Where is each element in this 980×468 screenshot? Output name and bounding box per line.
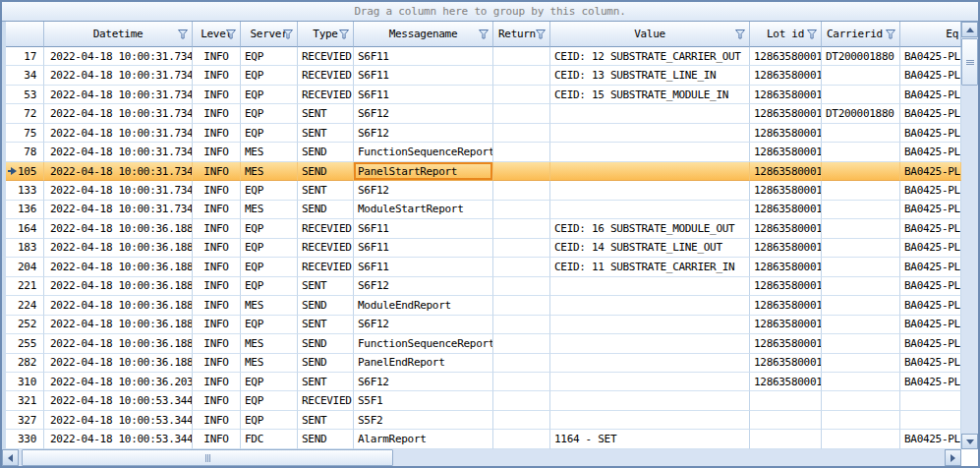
cell-type[interactable]: RECEVIED: [298, 239, 354, 258]
table-row[interactable]: 1362022-04-18 10:00:31.734INFOMESSENDMod…: [6, 201, 961, 219]
cell-carrierid[interactable]: DT200001880: [822, 47, 900, 66]
table-row[interactable]: 2042022-04-18 10:00:36.188INFOEQPRECEVIE…: [6, 258, 961, 276]
cell-lotid[interactable]: [750, 430, 822, 448]
column-header-return[interactable]: Return: [493, 22, 550, 47]
cell-messagename[interactable]: S5F1: [354, 391, 493, 410]
cell-server[interactable]: FDC: [241, 430, 298, 448]
cell-messagename[interactable]: AlarmReport: [354, 430, 493, 448]
filter-funnel-icon[interactable]: [225, 29, 237, 40]
cell-return[interactable]: [493, 411, 550, 430]
cell-value[interactable]: 1164 - SET: [550, 430, 750, 448]
cell-lotid[interactable]: 12863580001B: [750, 316, 822, 334]
cell-lotid[interactable]: 12863580001B: [750, 354, 822, 373]
scroll-right-button[interactable]: [945, 449, 961, 466]
cell-carrierid[interactable]: [822, 66, 900, 85]
cell-level[interactable]: INFO: [193, 86, 241, 104]
filter-funnel-icon[interactable]: [535, 29, 547, 40]
cell-level[interactable]: INFO: [193, 258, 241, 276]
row-indicator-cell[interactable]: 72: [6, 104, 44, 123]
cell-server[interactable]: EQP: [241, 219, 298, 238]
horizontal-scrollbar-thumb[interactable]: [22, 449, 393, 466]
row-indicator-cell[interactable]: 164: [6, 219, 44, 238]
cell-return[interactable]: [493, 391, 550, 410]
cell-level[interactable]: INFO: [193, 219, 241, 238]
cell-type[interactable]: SEND: [298, 201, 354, 219]
cell-value[interactable]: CEID: 14 SUBSTRATE_LINE_OUT: [550, 239, 750, 258]
cell-type[interactable]: SENT: [298, 277, 354, 296]
vertical-scrollbar[interactable]: [961, 22, 978, 449]
table-row[interactable]: 2522022-04-18 10:00:36.188INFOEQPSENTS6F…: [6, 316, 961, 334]
cell-eq[interactable]: BA0425-PLA: [900, 373, 961, 391]
cell-messagename[interactable]: S6F12: [354, 373, 493, 391]
cell-eq[interactable]: BA0425-PLA: [900, 430, 961, 448]
cell-type[interactable]: SENT: [298, 181, 354, 200]
cell-eq[interactable]: [900, 391, 961, 410]
cell-carrierid[interactable]: [822, 201, 900, 219]
cell-return[interactable]: [493, 181, 550, 200]
cell-value[interactable]: [550, 104, 750, 123]
cell-carrierid[interactable]: [822, 430, 900, 448]
cell-carrierid[interactable]: [822, 258, 900, 276]
cell-return[interactable]: [493, 104, 550, 123]
row-indicator-cell[interactable]: 221: [6, 277, 44, 296]
cell-type[interactable]: RECEVIED: [298, 219, 354, 238]
row-indicator-cell[interactable]: 34: [6, 66, 44, 85]
cell-datetime[interactable]: 2022-04-18 10:00:36.188: [44, 219, 193, 238]
filter-funnel-icon[interactable]: [282, 29, 294, 40]
cell-value[interactable]: [550, 354, 750, 373]
cell-type[interactable]: SEND: [298, 334, 354, 353]
cell-type[interactable]: RECEVIED: [298, 391, 354, 410]
cell-datetime[interactable]: 2022-04-18 10:00:36.188: [44, 296, 193, 315]
cell-lotid[interactable]: 12863580001B: [750, 162, 822, 181]
cell-eq[interactable]: BA0425-PLA: [900, 296, 961, 315]
cell-carrierid[interactable]: [822, 316, 900, 334]
cell-carrierid[interactable]: [822, 277, 900, 296]
cell-server[interactable]: EQP: [241, 277, 298, 296]
cell-lotid[interactable]: 12863580001B: [750, 296, 822, 315]
cell-server[interactable]: EQP: [241, 86, 298, 104]
cell-datetime[interactable]: 2022-04-18 10:00:36.188: [44, 239, 193, 258]
cell-lotid[interactable]: 12863580001B: [750, 219, 822, 238]
cell-lotid[interactable]: 12863580001B: [750, 373, 822, 391]
table-row[interactable]: 2242022-04-18 10:00:36.188INFOMESSENDMod…: [6, 296, 961, 315]
cell-eq[interactable]: BA0425-PLA: [900, 277, 961, 296]
filter-funnel-icon[interactable]: [338, 29, 350, 40]
cell-lotid[interactable]: 12863580001B: [750, 277, 822, 296]
cell-return[interactable]: [493, 239, 550, 258]
cell-eq[interactable]: BA0425-PLA: [900, 201, 961, 219]
cell-level[interactable]: INFO: [193, 104, 241, 123]
cell-server[interactable]: EQP: [241, 411, 298, 430]
cell-type[interactable]: SENT: [298, 316, 354, 334]
cell-messagename[interactable]: S6F12: [354, 124, 493, 143]
cell-datetime[interactable]: 2022-04-18 10:00:53.344: [44, 391, 193, 410]
row-indicator-cell[interactable]: 252: [6, 316, 44, 334]
cell-server[interactable]: MES: [241, 162, 298, 181]
cell-datetime[interactable]: 2022-04-18 10:00:31.734: [44, 104, 193, 123]
cell-datetime[interactable]: 2022-04-18 10:00:53.344: [44, 430, 193, 448]
table-row[interactable]: 722022-04-18 10:00:31.734INFOEQPSENTS6F1…: [6, 104, 961, 123]
row-indicator-cell[interactable]: 321: [6, 391, 44, 410]
cell-return[interactable]: [493, 47, 550, 66]
scroll-down-button[interactable]: [961, 434, 978, 449]
cell-level[interactable]: INFO: [193, 430, 241, 448]
cell-carrierid[interactable]: [822, 354, 900, 373]
cell-carrierid[interactable]: [822, 334, 900, 353]
table-row[interactable]: 342022-04-18 10:00:31.734INFOEQPRECEVIED…: [6, 66, 961, 85]
table-row[interactable]: 2552022-04-18 10:00:36.188INFOMESSENDFun…: [6, 334, 961, 353]
row-indicator-cell[interactable]: 330: [6, 430, 44, 448]
cell-level[interactable]: INFO: [193, 391, 241, 410]
cell-type[interactable]: SENT: [298, 124, 354, 143]
cell-return[interactable]: [493, 334, 550, 353]
cell-eq[interactable]: BA0425-PLA: [900, 181, 961, 200]
cell-datetime[interactable]: 2022-04-18 10:00:36.188: [44, 354, 193, 373]
cell-type[interactable]: RECEVIED: [298, 66, 354, 85]
cell-value[interactable]: CEID: 11 SUBSTRATE_CARRIER_IN: [550, 258, 750, 276]
table-row[interactable]: 3102022-04-18 10:00:36.203INFOEQPSENTS6F…: [6, 373, 961, 391]
cell-return[interactable]: [493, 354, 550, 373]
cell-eq[interactable]: BA0425-PLA: [900, 124, 961, 143]
cell-lotid[interactable]: 12863580001B: [750, 239, 822, 258]
row-indicator-cell[interactable]: 183: [6, 239, 44, 258]
cell-messagename[interactable]: S6F11: [354, 86, 493, 104]
cell-carrierid[interactable]: [822, 143, 900, 161]
cell-server[interactable]: MES: [241, 143, 298, 161]
